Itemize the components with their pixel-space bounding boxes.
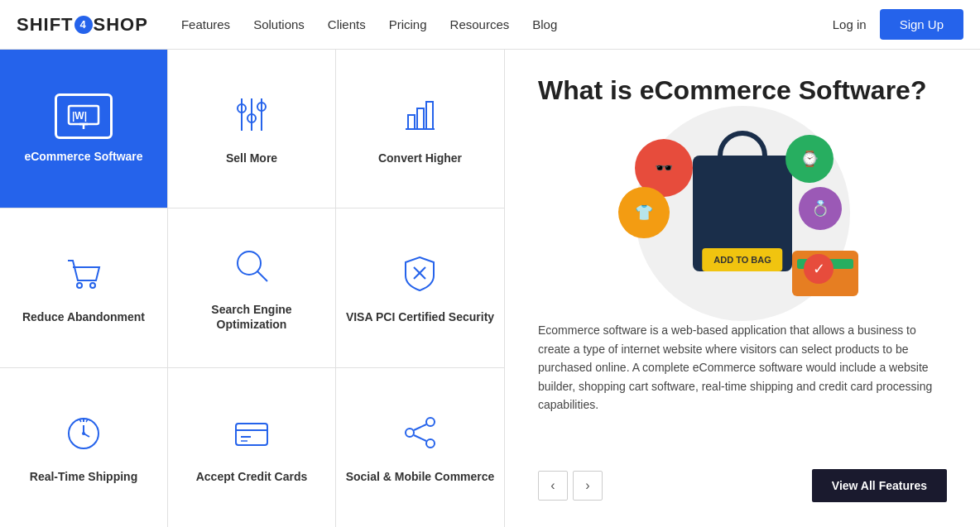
nav-right: Log in Sign Up xyxy=(833,9,963,40)
cart-icon xyxy=(61,251,107,299)
feature-accept-credit-cards[interactable]: Accept Credit Cards xyxy=(168,368,336,527)
signup-button[interactable]: Sign Up xyxy=(880,9,963,40)
search-icon xyxy=(229,243,275,292)
svg-text:|W|: |W| xyxy=(72,110,87,122)
svg-point-33 xyxy=(406,429,414,437)
login-button[interactable]: Log in xyxy=(833,17,867,31)
ecommerce-software-label: eCommerce Software xyxy=(24,149,142,164)
svg-line-22 xyxy=(79,419,81,422)
svg-line-23 xyxy=(86,419,88,422)
svg-point-16 xyxy=(238,252,261,275)
view-all-features-button[interactable]: View All Features xyxy=(812,469,947,502)
share-icon xyxy=(397,410,443,459)
credit-card-icon xyxy=(229,410,275,459)
nav-pricing[interactable]: Pricing xyxy=(389,17,427,31)
nav-blog[interactable]: Blog xyxy=(532,17,557,31)
main-content: |W| eCommerce Software Sell More xyxy=(0,50,980,527)
svg-point-26 xyxy=(82,432,85,435)
feature-seo[interactable]: Search Engine Optimization xyxy=(168,208,336,367)
feature-real-time-shipping[interactable]: Real-Time Shipping xyxy=(0,368,168,527)
panel-description: Ecommerce software is a web-based applic… xyxy=(538,321,947,414)
svg-point-32 xyxy=(426,439,435,448)
watch-item: ⌚ xyxy=(785,135,833,183)
shirt-item: 👕 xyxy=(618,187,670,238)
visa-pci-label: VISA PCI Certified Security xyxy=(346,309,494,324)
seo-label: Search Engine Optimization xyxy=(176,302,327,332)
feature-convert-higher[interactable]: Convert Higher xyxy=(336,50,504,208)
feature-grid: |W| eCommerce Software Sell More xyxy=(0,50,505,527)
convert-higher-label: Convert Higher xyxy=(378,151,462,165)
panel-title: What is eCommerce Software? xyxy=(538,74,947,106)
prev-button[interactable]: ‹ xyxy=(538,471,568,501)
right-panel: What is eCommerce Software? 🕶️ ⌚ 👕 💍 ADD… xyxy=(505,50,980,527)
feature-reduce-abandonment[interactable]: Reduce Abandonment xyxy=(0,208,168,367)
svg-rect-11 xyxy=(408,115,415,129)
svg-line-17 xyxy=(257,271,267,281)
clock-icon xyxy=(61,410,107,459)
nav-features[interactable]: Features xyxy=(181,17,230,31)
navigation: SHIFT4SHOP Features Solutions Clients Pr… xyxy=(0,0,980,50)
logo[interactable]: SHIFT4SHOP xyxy=(17,14,148,36)
monitor-icon: |W| xyxy=(55,93,113,139)
ring-item: 💍 xyxy=(799,187,842,230)
nav-clients[interactable]: Clients xyxy=(328,17,366,31)
bar-chart-icon xyxy=(397,92,443,141)
panel-nav-buttons: ‹ › View All Features xyxy=(538,469,947,502)
svg-line-35 xyxy=(414,435,426,441)
feature-ecommerce-software[interactable]: |W| eCommerce Software xyxy=(0,50,168,208)
svg-point-14 xyxy=(77,283,82,288)
reduce-abandonment-label: Reduce Abandonment xyxy=(22,309,145,324)
feature-sell-more[interactable]: Sell More xyxy=(168,50,336,208)
sell-more-label: Sell More xyxy=(226,151,277,165)
shield-icon xyxy=(397,251,443,299)
real-time-shipping-label: Real-Time Shipping xyxy=(30,469,137,484)
sliders-icon xyxy=(229,92,275,141)
illustration: 🕶️ ⌚ 👕 💍 ADD TO BAG ✓ xyxy=(602,122,883,304)
svg-rect-12 xyxy=(417,108,424,129)
nav-links: Features Solutions Clients Pricing Resou… xyxy=(181,17,833,31)
feature-visa-pci[interactable]: VISA PCI Certified Security xyxy=(336,208,504,367)
accept-credit-cards-label: Accept Credit Cards xyxy=(196,469,308,484)
nav-arrows: ‹ › xyxy=(538,471,603,501)
nav-resources[interactable]: Resources xyxy=(450,17,510,31)
add-to-bag-label: ADD TO BAG xyxy=(702,248,782,271)
next-button[interactable]: › xyxy=(573,471,603,501)
svg-rect-27 xyxy=(236,424,267,445)
svg-line-34 xyxy=(414,424,426,430)
svg-point-15 xyxy=(90,283,95,288)
svg-point-31 xyxy=(426,418,435,426)
svg-rect-13 xyxy=(426,102,433,129)
feature-social-mobile[interactable]: Social & Mobile Commerce xyxy=(336,368,504,527)
nav-solutions[interactable]: Solutions xyxy=(253,17,305,31)
social-mobile-label: Social & Mobile Commerce xyxy=(346,469,495,484)
